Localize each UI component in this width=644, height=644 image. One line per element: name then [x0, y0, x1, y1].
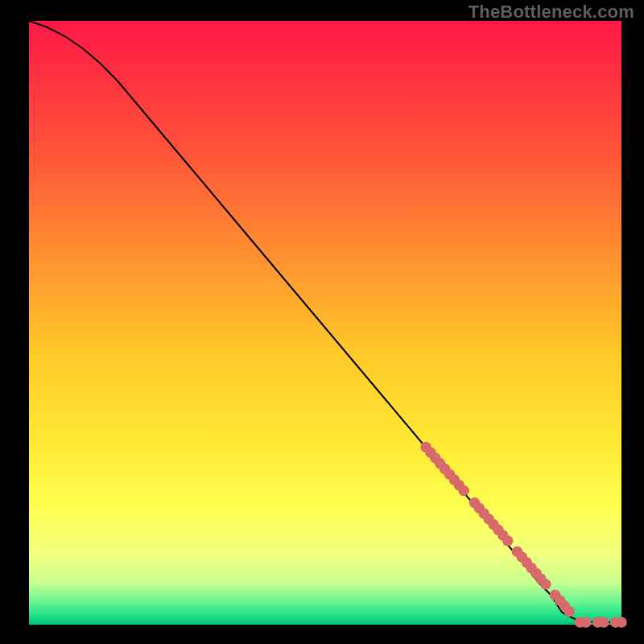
curve-marker	[616, 617, 627, 628]
curve-marker	[502, 535, 514, 547]
curve-marker	[540, 579, 551, 590]
plot-background	[29, 21, 621, 625]
site-watermark: TheBottleneck.com	[469, 2, 634, 23]
bottleneck-chart	[0, 0, 644, 644]
curve-marker	[580, 617, 592, 628]
curve-marker	[564, 606, 575, 617]
curve-marker	[598, 617, 609, 628]
chart-frame: TheBottleneck.com	[0, 0, 644, 644]
curve-marker	[458, 485, 469, 497]
